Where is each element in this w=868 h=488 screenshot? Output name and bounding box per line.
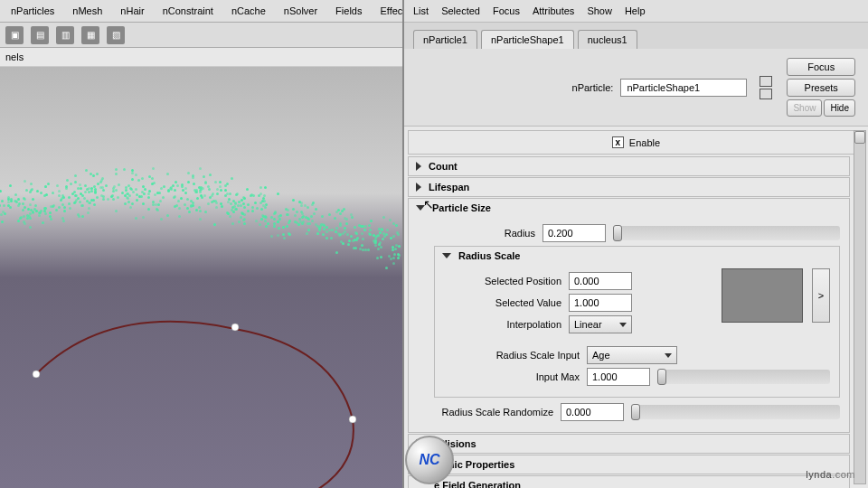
svg-point-2 xyxy=(349,416,356,423)
section-collisions: Collisions xyxy=(408,434,850,454)
presets-button[interactable]: Presets xyxy=(787,79,855,97)
radius-scale-input-label: Radius Scale Input xyxy=(453,350,580,361)
menu-nsolver[interactable]: nSolver xyxy=(280,4,321,18)
attr-menu-attributes[interactable]: Attributes xyxy=(533,5,574,16)
input-connection-icon[interactable] xyxy=(760,76,772,87)
attr-menu-focus[interactable]: Focus xyxy=(493,5,520,16)
cursor-icon: ↖ xyxy=(423,197,434,211)
node-header: nParticle: Focus Presets Show Hide xyxy=(404,49,868,127)
selected-value-input[interactable] xyxy=(569,294,632,312)
input-max-input[interactable] xyxy=(587,368,650,386)
radius-scale-input-dropdown[interactable]: Age xyxy=(587,346,677,364)
menu-fields[interactable]: Fields xyxy=(332,4,365,18)
attr-menu-show[interactable]: Show xyxy=(587,5,612,16)
attr-menu-list[interactable]: List xyxy=(413,5,429,16)
input-max-label: Input Max xyxy=(453,371,580,382)
radius-scale-randomize-input[interactable] xyxy=(561,403,624,421)
section-header-dynamic-properties[interactable]: namic Properties xyxy=(409,455,849,474)
chevron-down-icon xyxy=(665,353,672,358)
tab-nparticleshape1[interactable]: nParticleShape1 xyxy=(481,30,574,49)
node-name-input[interactable] xyxy=(620,79,747,97)
section-radius-scale: Radius Scale Selected Position xyxy=(434,246,840,398)
section-title-radius-scale: Radius Scale xyxy=(458,250,520,261)
hide-button[interactable]: Hide xyxy=(824,99,855,117)
scroll-thumb[interactable] xyxy=(854,131,865,144)
section-field-generation: e Field Generation xyxy=(408,475,850,488)
node-tabs: nParticle1 nParticleShape1 nucleus1 xyxy=(404,23,868,49)
output-connection-icon[interactable] xyxy=(760,89,772,99)
radius-label: Radius xyxy=(427,228,535,239)
menu-ncache[interactable]: nCache xyxy=(228,4,269,18)
shelf-icon-2[interactable]: ▤ xyxy=(31,26,49,44)
radius-scale-randomize-slider[interactable] xyxy=(631,405,840,419)
shelf-icon-1[interactable]: ▣ xyxy=(5,26,24,44)
attribute-body: x Enable Count Lifespan xyxy=(404,127,868,488)
selected-position-input[interactable] xyxy=(569,272,632,290)
node-type-label: nParticle: xyxy=(532,82,613,93)
radius-scale-randomize-label: Radius Scale Randomize xyxy=(427,407,553,418)
selected-position-label: Selected Position xyxy=(453,276,561,286)
shelf-icon-4[interactable]: ▦ xyxy=(81,26,99,44)
watermark: lynda.com xyxy=(806,462,855,483)
particle-field xyxy=(0,175,398,284)
svg-point-1 xyxy=(231,324,239,331)
radius-slider[interactable] xyxy=(613,226,840,240)
section-title-count: Count xyxy=(429,161,458,172)
section-header-field-generation[interactable]: e Field Generation xyxy=(409,476,849,488)
panels-label: nels xyxy=(0,48,402,67)
section-title-field-generation: e Field Generation xyxy=(434,480,521,488)
curve xyxy=(18,320,380,488)
section-header-particle-size[interactable]: Particle Size xyxy=(409,199,849,217)
dynamics-menu: nParticles nMesh nHair nConstraint nCach… xyxy=(0,0,402,23)
interpolation-label: Interpolation xyxy=(453,319,561,330)
attr-menu: List Selected Focus Attributes Show Help xyxy=(404,0,868,23)
section-particle-size: Particle Size Radius Radius Scale xyxy=(408,198,850,433)
shelf-icon-3[interactable]: ▥ xyxy=(56,26,74,44)
section-title-lifespan: Lifespan xyxy=(429,182,469,192)
svg-point-0 xyxy=(33,371,40,378)
shelf: ▣ ▤ ▥ ▦ ▧ xyxy=(0,23,402,48)
input-max-slider[interactable] xyxy=(657,370,830,384)
ramp-expand-button[interactable]: > xyxy=(812,268,830,323)
viewport[interactable] xyxy=(0,67,402,488)
chevron-down-icon xyxy=(442,253,451,258)
menu-nparticles[interactable]: nParticles xyxy=(7,4,58,18)
section-lifespan: Lifespan xyxy=(408,177,850,197)
menu-nmesh[interactable]: nMesh xyxy=(69,4,106,18)
section-title-particle-size: Particle Size xyxy=(432,202,491,213)
attribute-editor: List Selected Focus Attributes Show Help… xyxy=(402,0,868,488)
chevron-down-icon xyxy=(619,323,627,327)
section-header-radius-scale[interactable]: Radius Scale xyxy=(435,247,839,265)
enable-row: x Enable xyxy=(408,130,864,155)
focus-button[interactable]: Focus xyxy=(787,58,855,76)
section-header-lifespan[interactable]: Lifespan xyxy=(409,178,849,196)
logo-badge: NC xyxy=(405,436,454,484)
menu-nhair[interactable]: nHair xyxy=(117,4,147,18)
selected-value-label: Selected Value xyxy=(453,297,561,308)
shelf-icon-5[interactable]: ▧ xyxy=(107,26,125,44)
tab-nucleus1[interactable]: nucleus1 xyxy=(578,30,637,49)
section-header-collisions[interactable]: Collisions xyxy=(409,435,849,453)
section-count: Count xyxy=(408,156,850,176)
section-header-count[interactable]: Count xyxy=(409,157,849,175)
scrollbar[interactable] xyxy=(854,130,866,484)
chevron-right-icon xyxy=(416,183,421,192)
attr-menu-selected[interactable]: Selected xyxy=(441,5,480,16)
menu-nconstraint[interactable]: nConstraint xyxy=(159,4,217,18)
show-button[interactable]: Show xyxy=(787,99,822,117)
header-buttons: Focus Presets Show Hide xyxy=(787,58,855,117)
interpolation-dropdown[interactable]: Linear xyxy=(569,315,632,333)
viewport-panel: nParticles nMesh nHair nConstraint nCach… xyxy=(0,0,402,488)
tab-nparticle1[interactable]: nParticle1 xyxy=(413,30,477,49)
chevron-right-icon xyxy=(416,162,421,171)
node-io-icons xyxy=(760,76,772,99)
radius-input[interactable] xyxy=(542,224,606,242)
enable-label: Enable xyxy=(629,137,660,148)
attr-menu-help[interactable]: Help xyxy=(625,5,646,16)
enable-checkbox[interactable]: x xyxy=(612,136,624,148)
field-radius: Radius xyxy=(427,224,840,242)
section-dynamic-properties: namic Properties xyxy=(408,455,850,474)
ramp-graph[interactable] xyxy=(722,268,803,323)
